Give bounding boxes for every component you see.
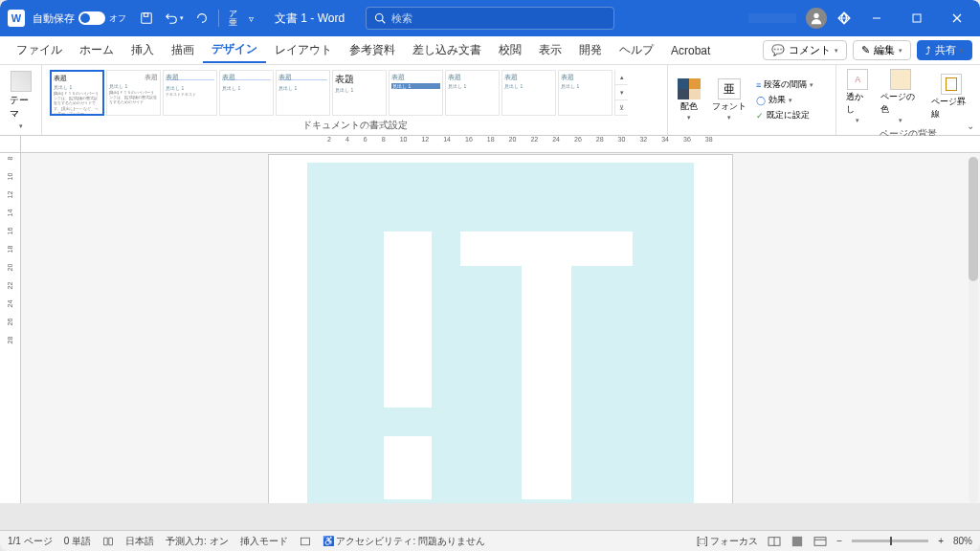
watermark-icon: A [847, 69, 868, 90]
read-mode-icon[interactable] [768, 536, 781, 547]
page-color-icon [890, 69, 911, 90]
document-canvas[interactable] [21, 153, 980, 503]
tab-review[interactable]: 校閲 [490, 38, 530, 62]
gallery-item[interactable]: 表題見出し 1 [219, 70, 274, 116]
status-words[interactable]: 0 単語 [64, 535, 91, 548]
autosave-label: 自動保存 [33, 11, 75, 26]
watermark-button[interactable]: A 透かし▾ [842, 67, 873, 126]
minimize-button[interactable] [861, 5, 892, 32]
doc-title: 文書 1 - Word [275, 11, 345, 27]
focus-mode-button[interactable]: [□] フォーカス [697, 535, 758, 548]
color-swatch-icon [678, 78, 701, 99]
zoom-slider[interactable] [852, 540, 928, 542]
account-name[interactable] [748, 13, 796, 23]
tab-view[interactable]: 表示 [530, 38, 570, 62]
qab-overflow[interactable]: ▿ [243, 10, 259, 28]
share-button[interactable]: ⤴ 共有 ▾ [917, 40, 972, 60]
tab-draw[interactable]: 描画 [163, 38, 203, 62]
close-button[interactable] [942, 5, 972, 32]
status-predict[interactable]: 予測入力: オン [166, 535, 229, 548]
tab-insert[interactable]: 挿入 [122, 38, 163, 62]
svg-rect-0 [142, 13, 152, 24]
styles-quick[interactable]: ア亜 [223, 6, 243, 31]
gallery-group-label: ドキュメントの書式設定 [48, 118, 661, 133]
ribbon: テーマ ▾ 表題見出し 1[既出] ＦＴＳのハイパーリンクは、[提供]値の書式設… [0, 65, 980, 136]
theme-icon [11, 71, 32, 92]
search-box[interactable]: 検索 [366, 7, 614, 30]
autosave-state: オフ [109, 12, 126, 25]
tab-design[interactable]: デザイン [203, 37, 266, 63]
autosave-toggle[interactable]: 自動保存 オフ [33, 11, 126, 26]
gallery-item[interactable]: 表題見出し 1[既出] ＦＴＳのハイパーリンクは、[提供]値の書式設定をするため… [50, 70, 104, 116]
search-placeholder: 検索 [391, 11, 412, 26]
search-icon [374, 12, 386, 24]
gallery-item[interactable]: 表題見出し 1[既出] ＦＴＳのハイパーリンクは、[提供]値の書式設定をするため… [106, 70, 161, 116]
zoom-out-button[interactable]: − [836, 536, 842, 546]
account-avatar[interactable] [806, 8, 827, 29]
tab-help[interactable]: ヘルプ [611, 38, 662, 62]
svg-point-3 [813, 13, 818, 18]
svg-rect-4 [913, 14, 921, 22]
page-color-button[interactable]: ページの色▾ [877, 67, 924, 126]
workspace: 810121416182022242628 [0, 153, 980, 503]
horizontal-ruler[interactable]: 2468101214161820222426283032343638 [0, 136, 980, 153]
status-page[interactable]: 1/1 ページ [8, 535, 53, 548]
svg-rect-8 [814, 537, 826, 545]
style-gallery[interactable]: 表題見出し 1[既出] ＦＴＳのハイパーリンクは、[提供]値の書式設定をするため… [48, 67, 661, 116]
page-border-button[interactable]: ページ罫線 [927, 72, 974, 122]
paragraph-spacing-button[interactable]: ≡段落の間隔 ▾ [754, 77, 815, 92]
toggle-switch[interactable] [78, 11, 105, 25]
fonts-button[interactable]: 亜 フォント▾ [708, 77, 750, 123]
tab-home[interactable]: ホーム [71, 38, 122, 62]
book-icon[interactable] [102, 536, 114, 547]
titlebar: W 自動保存 オフ ▾ ア亜 ▿ 文書 1 - Word 検索 [0, 0, 980, 36]
tab-mailings[interactable]: 差し込み文書 [404, 38, 490, 62]
effects-button[interactable]: ◯効果 ▾ [754, 93, 815, 107]
themes-button[interactable]: テーマ ▾ [6, 69, 35, 132]
gallery-item[interactable]: 表題見出し 1 [445, 70, 500, 116]
status-language[interactable]: 日本語 [125, 535, 154, 548]
svg-point-2 [376, 14, 384, 22]
gallery-item[interactable]: 表題見出し 1 [501, 70, 556, 116]
gallery-item[interactable]: 表題見出し 1テキストテキスト [163, 70, 217, 116]
save-button[interactable] [134, 8, 159, 29]
zoom-in-button[interactable]: + [938, 536, 944, 546]
set-default-button[interactable]: ✓既定に設定 [754, 108, 815, 122]
gallery-more[interactable]: ⊻ [615, 100, 628, 116]
edit-mode-button[interactable]: ✎ 編集 ▾ [853, 40, 911, 60]
scrollbar-thumb[interactable] [969, 157, 978, 281]
zoom-level[interactable]: 80% [953, 536, 972, 546]
gallery-item[interactable]: 表題見出し 1 [558, 70, 612, 116]
vertical-scrollbar[interactable] [969, 157, 978, 503]
gallery-item[interactable]: 表題見出し 1 [276, 70, 330, 116]
gallery-down[interactable]: ▾ [615, 85, 628, 100]
macro-icon[interactable] [300, 536, 311, 547]
undo-button[interactable]: ▾ [159, 8, 189, 29]
status-insert[interactable]: 挿入モード [240, 535, 288, 548]
vertical-ruler[interactable]: 810121416182022242628 [0, 153, 21, 503]
gallery-scroll: ▴ ▾ ⊻ [614, 70, 628, 116]
colors-button[interactable]: 配色▾ [674, 77, 704, 123]
collapse-ribbon-button[interactable]: ⌄ [967, 121, 974, 131]
comments-button[interactable]: 💬 コメント ▾ [763, 40, 847, 60]
web-layout-icon[interactable] [813, 536, 827, 547]
svg-rect-7 [792, 536, 802, 545]
font-icon: 亜 [718, 78, 741, 99]
premium-icon[interactable] [836, 11, 852, 26]
gallery-item[interactable]: 表題見出し 1 [389, 70, 443, 116]
tab-acrobat[interactable]: Acrobat [662, 40, 719, 61]
tab-layout[interactable]: レイアウト [266, 38, 341, 62]
statusbar: 1/1 ページ 0 単語 日本語 予測入力: オン 挿入モード ♿ アクセシビリ… [0, 530, 980, 551]
watermark-area [307, 163, 694, 503]
page-border-icon [941, 74, 962, 95]
gallery-up[interactable]: ▴ [615, 70, 628, 85]
print-layout-icon[interactable] [791, 536, 804, 547]
tab-references[interactable]: 参考資料 [341, 38, 404, 62]
gallery-item[interactable]: 表題見出し 1 [332, 70, 387, 116]
tab-file[interactable]: ファイル [8, 38, 71, 62]
status-accessibility[interactable]: ♿ アクセシビリティ: 問題ありません [323, 535, 485, 548]
page[interactable] [268, 154, 733, 503]
redo-button[interactable] [189, 8, 214, 29]
tab-developer[interactable]: 開発 [570, 38, 611, 62]
maximize-button[interactable] [902, 5, 932, 32]
